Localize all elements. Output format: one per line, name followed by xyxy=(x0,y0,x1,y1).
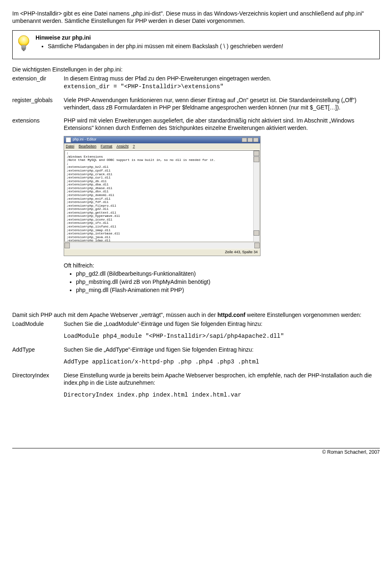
directoryindex-text: Diese Einstellung wurde ja bereits beim … xyxy=(64,372,372,386)
addtype-text: Suchen Sie die „AddType"-Einträge und fü… xyxy=(64,346,254,353)
editor-title-text: php.ini - Editor xyxy=(73,137,96,142)
key-extension-dir: extension_dir xyxy=(12,75,64,91)
addtype-code: AddType application/x-httpd-php .php .ph… xyxy=(64,358,380,366)
scrollbar-horizontal[interactable] xyxy=(65,242,260,248)
key-directoryindex: DirectoryIndex xyxy=(12,372,64,399)
intro-paragraph: Im <PHP-Installdir> gibt es eine Datei n… xyxy=(12,10,380,25)
oft-item: php_gd2.dll (Bildbearbeitungs-Funktional… xyxy=(76,270,380,277)
hint-item: Sämtliche Pfadangaben in der php.ini müs… xyxy=(48,42,375,50)
oft-item: php_ming.dll (Flash-Animationen mit PHP) xyxy=(76,286,380,294)
menu-help[interactable]: ? xyxy=(133,144,135,148)
notepad-icon xyxy=(66,137,71,143)
extension-dir-code: extension_dir = "<PHP-Installdir>\extens… xyxy=(64,83,380,91)
extension-dir-text: In diesem Eintrag muss der Pfad zu den P… xyxy=(64,75,271,82)
hint-box: Hinweise zur php.ini Sämtliche Pfadangab… xyxy=(12,30,380,59)
key-register-globals: register_globals xyxy=(12,96,64,111)
phpini-heading: Die wichtigsten Einstellungen in der php… xyxy=(12,66,380,73)
menu-view[interactable]: Ansicht xyxy=(116,144,129,148)
editor-window: php.ini - Editor Datei Bearbeiten Format… xyxy=(64,136,261,256)
extensions-text: PHP wird mit vielen Erweiterungen ausgel… xyxy=(64,117,354,131)
loadmodule-code: LoadModule php4_module "<PHP-Installdir>… xyxy=(64,332,380,340)
hint-title: Hinweise zur php.ini xyxy=(36,34,375,41)
close-icon[interactable] xyxy=(253,138,258,142)
scrollbar-vertical[interactable] xyxy=(253,151,259,241)
register-globals-text: Viele PHP-Anwendungen funktionieren nur,… xyxy=(64,96,380,111)
editor-statusbar: Zeile 443, Spalte 34 xyxy=(64,249,260,256)
directoryindex-code: DirectoryIndex index.php index.html inde… xyxy=(64,391,380,399)
svg-rect-4 xyxy=(23,50,24,51)
page-footer: © Roman Schacherl, 2007 xyxy=(12,448,380,456)
svg-rect-2 xyxy=(22,47,26,49)
editor-menu: Datei Bearbeiten Format Ansicht ? xyxy=(64,143,260,150)
svg-rect-3 xyxy=(22,49,25,50)
editor-content[interactable]: ; ;Windows Extensions ;Note that MySQL a… xyxy=(65,150,260,242)
key-extensions: extensions xyxy=(12,117,64,295)
menu-file[interactable]: Datei xyxy=(66,144,74,148)
key-addtype: AddType xyxy=(12,346,64,366)
lightbulb-icon xyxy=(17,35,31,54)
svg-rect-1 xyxy=(22,45,26,47)
oft-hilfreich-label: Oft hilfreich: xyxy=(64,262,380,269)
svg-point-0 xyxy=(18,36,29,46)
key-loadmodule: LoadModule xyxy=(12,320,64,340)
editor-titlebar: php.ini - Editor xyxy=(64,136,260,143)
minimize-icon[interactable] xyxy=(242,138,247,142)
maximize-icon[interactable] xyxy=(247,138,253,142)
menu-format[interactable]: Format xyxy=(101,144,113,148)
menu-edit[interactable]: Bearbeiten xyxy=(79,144,97,148)
oft-item: php_mbstring.dll (wird zB von PhpMyAdmin… xyxy=(76,278,380,285)
httpd-intro: Damit sich PHP auch mit dem Apache Webse… xyxy=(12,311,380,319)
loadmodule-text: Suchen Sie die „LoadModule"-Einträge und… xyxy=(64,321,263,327)
